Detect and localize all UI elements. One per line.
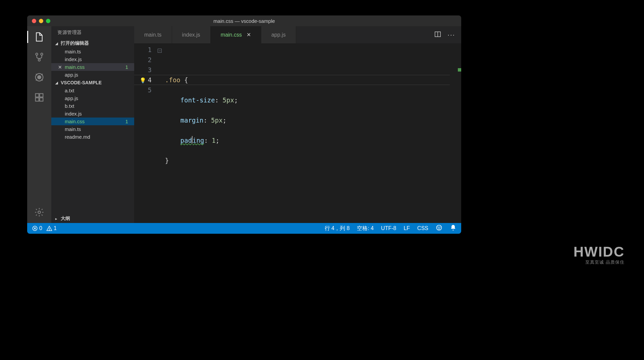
traffic-lights bbox=[27, 19, 50, 23]
indent-spacing[interactable]: 空格: 4 bbox=[357, 225, 374, 232]
open-editor-item[interactable]: main.ts bbox=[51, 48, 134, 55]
code-area[interactable]: 💡 .foo { font-size: 5px; margin: 5px; pa… bbox=[165, 43, 450, 223]
fold-collapse-icon[interactable]: − bbox=[158, 49, 162, 53]
file-item[interactable]: main.css 1 bbox=[51, 118, 134, 125]
eol-mode[interactable]: LF bbox=[404, 225, 410, 231]
project-header[interactable]: ◢ VSCODE-SAMPLE bbox=[51, 79, 134, 87]
outline-header[interactable]: ▸ 大纲 bbox=[51, 214, 134, 223]
editor-tab[interactable]: main.css ✕ bbox=[211, 26, 261, 43]
outline-label: 大纲 bbox=[61, 216, 70, 222]
source-control-activity-icon[interactable] bbox=[31, 49, 47, 65]
editor-tab[interactable]: index.js bbox=[172, 26, 211, 43]
current-line-highlight bbox=[134, 75, 450, 85]
svg-point-0 bbox=[36, 53, 38, 55]
debug-activity-icon[interactable] bbox=[31, 69, 47, 85]
chevron-down-icon: ◢ bbox=[55, 42, 59, 45]
fold-gutter: − bbox=[158, 43, 165, 223]
overview-ruler[interactable] bbox=[457, 43, 461, 223]
watermark: HWIDC 至真至诚 品质保住 bbox=[574, 244, 625, 265]
editor-tab[interactable]: app.js bbox=[261, 26, 296, 43]
cursor-position[interactable]: 行 4，列 8 bbox=[325, 225, 350, 232]
file-item[interactable]: b.txt bbox=[51, 102, 134, 110]
notifications-icon[interactable] bbox=[450, 224, 457, 232]
tab-actions: ··· bbox=[434, 26, 461, 43]
editor-body[interactable]: 1 2 3 4 5 − 💡 .foo { font-size: 5px; mar… bbox=[134, 43, 461, 223]
minimize-window-button[interactable] bbox=[39, 19, 43, 23]
titlebar: main.css — vscode-sample bbox=[27, 15, 461, 26]
line-number-gutter: 1 2 3 4 5 bbox=[134, 43, 158, 223]
editor-tab[interactable]: main.ts bbox=[134, 26, 172, 43]
maximize-window-button[interactable] bbox=[46, 19, 50, 23]
file-encoding[interactable]: UTF-8 bbox=[381, 225, 396, 231]
split-editor-icon[interactable] bbox=[434, 31, 441, 39]
open-editor-item[interactable]: index.js bbox=[51, 55, 134, 63]
editor-group: main.ts index.js main.css ✕ app.js ··· 1 bbox=[134, 26, 461, 223]
file-item[interactable]: main.ts bbox=[51, 125, 134, 133]
svg-point-4 bbox=[38, 76, 41, 79]
svg-point-17 bbox=[437, 225, 442, 230]
chevron-right-icon: ▸ bbox=[55, 217, 59, 221]
watermark-logo: HWIDC bbox=[574, 244, 625, 260]
warning-marker[interactable] bbox=[458, 68, 461, 72]
project-label: VSCODE-SAMPLE bbox=[61, 80, 102, 85]
minimap[interactable] bbox=[450, 43, 457, 223]
svg-point-1 bbox=[41, 53, 43, 55]
status-problems[interactable]: 0 1 bbox=[32, 225, 57, 231]
open-editor-item[interactable]: ✕ main.css 1 bbox=[51, 63, 134, 71]
modified-badge: 1 bbox=[125, 64, 128, 70]
lightbulb-icon[interactable]: 💡 bbox=[140, 76, 146, 86]
file-item[interactable]: a.txt bbox=[51, 87, 134, 94]
settings-activity-icon[interactable] bbox=[31, 204, 47, 220]
svg-point-2 bbox=[38, 59, 40, 61]
open-editors-label: 打开的编辑器 bbox=[61, 40, 89, 46]
svg-rect-8 bbox=[40, 98, 43, 101]
warning-count: 1 bbox=[54, 225, 57, 231]
file-item[interactable]: index.js bbox=[51, 110, 134, 118]
watermark-tagline: 至真至诚 品质保住 bbox=[574, 259, 625, 265]
file-item[interactable]: app.js bbox=[51, 94, 134, 102]
svg-rect-7 bbox=[36, 98, 39, 101]
editor-window: main.css — vscode-sample 资源管理器 ◢ bbox=[27, 15, 461, 234]
tab-bar: main.ts index.js main.css ✕ app.js ··· bbox=[134, 26, 461, 43]
extensions-activity-icon[interactable] bbox=[31, 89, 47, 105]
explorer-activity-icon[interactable] bbox=[31, 29, 47, 45]
activity-bar bbox=[27, 26, 51, 223]
open-editor-item[interactable]: app.js bbox=[51, 71, 134, 79]
svg-rect-5 bbox=[36, 94, 39, 97]
svg-point-19 bbox=[440, 227, 440, 228]
feedback-icon[interactable] bbox=[436, 224, 442, 232]
close-window-button[interactable] bbox=[32, 19, 36, 23]
status-bar: 0 1 行 4，列 8 空格: 4 UTF-8 LF CSS bbox=[27, 223, 461, 234]
open-editors-header[interactable]: ◢ 打开的编辑器 bbox=[51, 39, 134, 48]
sidebar-title: 资源管理器 bbox=[51, 26, 134, 39]
svg-rect-6 bbox=[40, 94, 43, 97]
sidebar: 资源管理器 ◢ 打开的编辑器 main.ts index.js ✕ main.c… bbox=[51, 26, 134, 223]
svg-point-9 bbox=[38, 211, 41, 214]
main-area: 资源管理器 ◢ 打开的编辑器 main.ts index.js ✕ main.c… bbox=[27, 26, 461, 223]
error-count: 0 bbox=[39, 225, 42, 231]
language-mode[interactable]: CSS bbox=[417, 225, 428, 231]
file-item[interactable]: readme.md bbox=[51, 133, 134, 141]
close-icon[interactable]: ✕ bbox=[58, 64, 62, 70]
close-icon[interactable]: ✕ bbox=[247, 32, 251, 38]
svg-point-16 bbox=[49, 230, 49, 230]
window-title: main.css — vscode-sample bbox=[213, 18, 275, 24]
chevron-down-icon: ◢ bbox=[55, 81, 59, 85]
svg-point-18 bbox=[438, 227, 439, 228]
modified-badge: 1 bbox=[125, 119, 128, 124]
more-actions-icon[interactable]: ··· bbox=[447, 31, 455, 39]
